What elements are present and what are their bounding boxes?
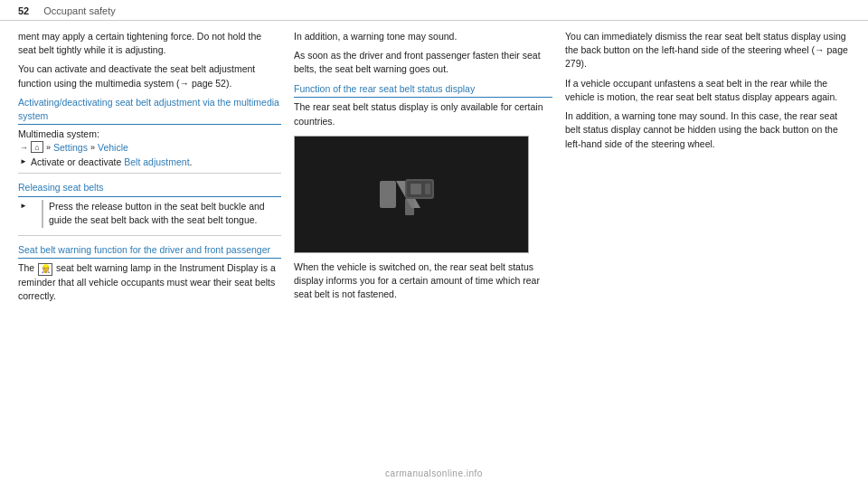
middle-column: In addition, a warning tone may sound. A…	[294, 30, 565, 459]
seatbelt-image	[294, 136, 529, 253]
right-para-1: You can immediately dismiss the rear sea…	[565, 30, 850, 71]
middle-para-1: In addition, a warning tone may sound.	[294, 30, 552, 43]
svg-rect-6	[405, 199, 414, 215]
page-container: 52 Occupant safety ment may apply a cert…	[0, 0, 868, 482]
warning-para: The 👷 seat belt warning lamp in the Inst…	[18, 261, 281, 303]
settings-label: Settings	[53, 142, 88, 153]
vehicle-label: Vehicle	[98, 142, 128, 153]
footer-watermark: carmanualsonline.info	[0, 467, 868, 482]
middle-para-4: When the vehicle is switched on, the rea…	[294, 260, 552, 302]
top-bar: 52 Occupant safety	[0, 0, 868, 21]
middle-para-2: As soon as the driver and front passenge…	[294, 49, 552, 76]
svg-rect-5	[425, 184, 430, 194]
arrow-icon: →	[20, 143, 28, 152]
seatbelt-icon-box: 👷	[38, 263, 52, 276]
intro-para-2: You can activate and deactivate the seat…	[18, 62, 281, 90]
multimedia-label: Multimedia system:	[18, 128, 281, 139]
page-title: Occupant safety	[43, 5, 116, 16]
menu-row: → ⌂ » Settings » Vehicle	[20, 141, 281, 153]
content-area: ment may apply a certain tightening forc…	[0, 21, 868, 467]
right-para-3: In addition, a warning tone may sound. I…	[565, 109, 850, 151]
section2-heading: Releasing seat belts	[18, 181, 281, 197]
seatbelt-svg	[371, 154, 452, 235]
menu-chevron-2: »	[90, 143, 95, 152]
section3-heading: Seat belt warning function for the drive…	[18, 243, 281, 260]
section1-heading: Activating/deactivating seat belt adjust…	[18, 96, 281, 125]
bullet-triangle-1: ►	[20, 157, 27, 165]
bullet-triangle-2: ►	[20, 202, 27, 210]
svg-rect-0	[380, 181, 396, 208]
middle-section-heading: Function of the rear seat belt status di…	[294, 82, 552, 99]
home-icon: ⌂	[31, 141, 43, 153]
right-column: You can immediately dismiss the rear sea…	[565, 30, 850, 459]
bullet-row-2: ► Press the release button in the seat b…	[20, 200, 281, 231]
bullet-row-1: ► Activate or deactivate Belt adjustment…	[20, 156, 281, 169]
indent-block: Press the release button in the seat bel…	[42, 200, 281, 227]
page-number: 52	[18, 5, 29, 16]
menu-chevron-1: »	[46, 143, 51, 152]
intro-para-1: ment may apply a certain tightening forc…	[18, 30, 281, 57]
belt-adjustment-link: Belt adjustment	[124, 156, 189, 167]
right-para-2: If a vehicle occupant unfastens a seat b…	[565, 77, 850, 104]
middle-para-3: The rear seat belt status display is onl…	[294, 100, 552, 128]
divider-2	[18, 235, 281, 236]
bullet-text-2: Press the release button in the seat bel…	[49, 201, 265, 225]
bullet-text-1: Activate or deactivate Belt adjustment.	[31, 156, 281, 169]
svg-rect-4	[410, 184, 421, 194]
divider-1	[18, 173, 281, 174]
left-column: ment may apply a certain tightening forc…	[18, 30, 294, 459]
